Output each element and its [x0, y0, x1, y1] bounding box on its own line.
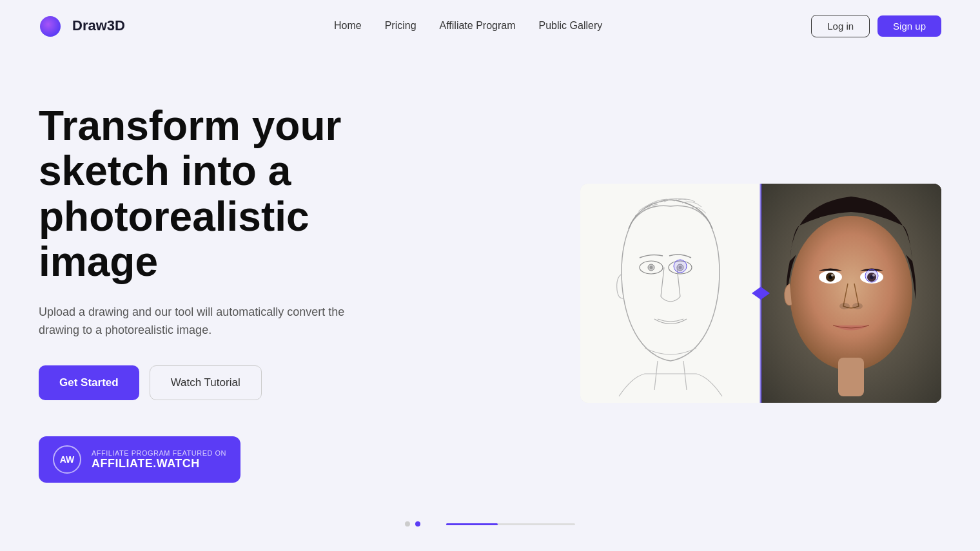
photo-side [761, 184, 941, 403]
arrow-left-icon [752, 287, 761, 300]
affiliate-badge[interactable]: AW AFFILIATE PROGRAM FEATURED ON AFFILIA… [39, 436, 240, 483]
svg-point-14 [831, 274, 834, 276]
scroll-dots [405, 521, 420, 527]
affiliate-aw-icon: AW [53, 445, 81, 474]
hero-image [580, 184, 941, 403]
hero-description: Upload a drawing and our tool will autom… [39, 303, 348, 340]
scroll-dot-2 [415, 521, 420, 527]
hero-buttons: Get Started Watch Tutorial [39, 365, 438, 400]
progress-bar [446, 523, 575, 525]
nav-pricing[interactable]: Pricing [385, 20, 416, 32]
arrow-right-icon [761, 287, 770, 300]
get-started-button[interactable]: Get Started [39, 365, 139, 400]
svg-point-20 [852, 303, 863, 309]
affiliate-text-area: AFFILIATE PROGRAM FEATURED ON AFFILIATE.… [92, 449, 226, 470]
svg-point-22 [865, 269, 878, 282]
svg-point-0 [40, 16, 61, 37]
auth-buttons: Log in Sign up [811, 15, 941, 37]
scroll-dot-1 [405, 521, 410, 527]
sketch-side [580, 184, 761, 403]
bottom-indicator [0, 508, 980, 539]
watch-tutorial-button[interactable]: Watch Tutorial [150, 365, 262, 400]
hero-section: Transform your sketch into a photorealis… [0, 52, 980, 508]
hero-image-area [438, 184, 941, 403]
logo-text: Draw3D [72, 17, 125, 34]
svg-point-8 [674, 260, 687, 273]
svg-point-19 [839, 303, 850, 309]
nav-gallery[interactable]: Public Gallery [539, 20, 603, 32]
sketch-svg [580, 184, 761, 403]
nav-affiliate[interactable]: Affiliate Program [440, 20, 516, 32]
hero-title: Transform your sketch into a photorealis… [39, 103, 438, 285]
login-button[interactable]: Log in [811, 15, 870, 37]
nav-links: Home Pricing Affiliate Program Public Ga… [334, 20, 602, 32]
svg-rect-1 [580, 184, 761, 403]
hero-content: Transform your sketch into a photorealis… [39, 103, 438, 483]
svg-rect-21 [838, 358, 864, 396]
divider-arrows [752, 287, 770, 300]
affiliate-big-label: AFFILIATE.WATCH [92, 457, 226, 470]
nav-home[interactable]: Home [334, 20, 362, 32]
photo-face-svg [761, 184, 941, 403]
affiliate-small-label: AFFILIATE PROGRAM FEATURED ON [92, 449, 226, 457]
signup-button[interactable]: Sign up [877, 15, 941, 37]
navbar: Draw3D Home Pricing Affiliate Program Pu… [0, 0, 980, 52]
logo-area[interactable]: Draw3D [39, 12, 125, 39]
progress-bar-fill [446, 523, 498, 525]
svg-point-4 [650, 266, 653, 269]
svg-point-10 [790, 216, 912, 371]
photo-area [761, 184, 941, 403]
draw3d-logo-icon [39, 12, 66, 39]
